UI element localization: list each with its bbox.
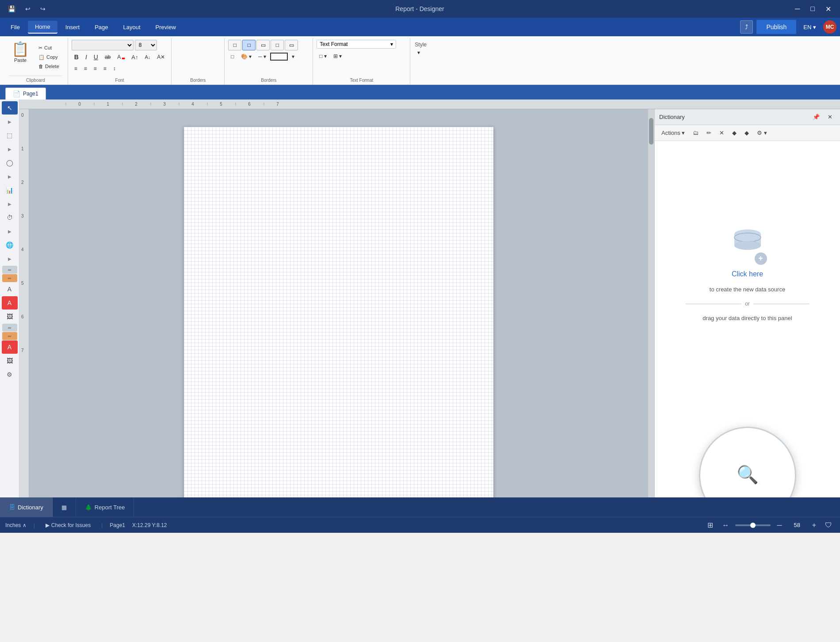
align-justify-button[interactable]: ≡	[101, 64, 109, 73]
dict-settings-button[interactable]: ⚙ ▾	[754, 128, 770, 138]
expand-btn-5[interactable]: ▶	[2, 225, 18, 238]
copy-button[interactable]: 📋 Copy	[35, 53, 62, 61]
style-expand-btn[interactable]: ▾	[415, 48, 423, 57]
dict-folder-button[interactable]: 🗂	[690, 128, 702, 138]
panel-4-button[interactable]: ═	[2, 332, 17, 340]
dict-diamond1-button[interactable]: ◆	[729, 128, 740, 138]
shape-btn-3[interactable]: ▭	[256, 40, 270, 50]
font-color-button[interactable]: A▃	[115, 52, 127, 62]
dict-edit-button[interactable]: ✏	[703, 128, 714, 138]
text-tool-button[interactable]: A	[2, 283, 18, 296]
shape-btn-1[interactable]: □	[228, 40, 241, 50]
click-here-link[interactable]: Click here	[732, 270, 763, 278]
bottom-tab-dictionary[interactable]: 🗄 Dictionary	[0, 497, 53, 517]
border-outline-button[interactable]: □	[228, 52, 237, 61]
menu-preview[interactable]: Preview	[149, 21, 183, 33]
panel-2-button[interactable]: ═	[2, 274, 17, 282]
share-button[interactable]: ⤴	[740, 20, 753, 34]
shape-btn-2[interactable]: □	[242, 40, 256, 50]
menu-insert[interactable]: Insert	[58, 21, 87, 33]
check-issues-button[interactable]: ▶ Check for Issues	[42, 520, 94, 530]
company-badge[interactable]: MC	[823, 20, 836, 34]
font-size-select[interactable]: 8 10 12 14	[135, 40, 157, 50]
shape-btn-4[interactable]: □	[271, 40, 284, 50]
tf-extra-btn1[interactable]: □ ▾	[317, 51, 329, 61]
minimize-button[interactable]: ─	[791, 4, 803, 14]
expand-btn-1[interactable]: ▶	[2, 115, 18, 128]
cut-button[interactable]: ✂ Cut	[35, 44, 62, 52]
ruler-left-mark-0: 0	[19, 113, 29, 146]
settings-tool-button[interactable]: ⚙	[2, 368, 18, 381]
shape-btn-5[interactable]: ▭	[285, 40, 298, 50]
zoom-plus-button[interactable]: +	[809, 520, 819, 530]
globe-tool-button[interactable]: 🌐	[2, 238, 18, 252]
zoom-width-button[interactable]: ↔	[719, 520, 732, 530]
zoom-page-button[interactable]: ⊞	[705, 520, 716, 530]
clear-format-button[interactable]: A✕	[154, 52, 168, 62]
pointer-tool-button[interactable]: ↖	[2, 101, 18, 115]
align-left-button[interactable]: ≡	[72, 64, 80, 73]
dict-diamond2-button[interactable]: ◆	[741, 128, 752, 138]
menu-layout[interactable]: Layout	[116, 21, 148, 33]
line-spacing-button[interactable]: ↕	[111, 64, 118, 73]
italic-button[interactable]: I	[83, 52, 90, 62]
expand-btn-6[interactable]: ▶	[2, 252, 18, 265]
dict-pin-button[interactable]: 📌	[809, 112, 823, 122]
cut-icon: ✂	[38, 45, 42, 51]
undo-button[interactable]: ↩	[23, 4, 33, 14]
font-family-select[interactable]	[72, 40, 134, 50]
picture-tool-button[interactable]: 🖼	[2, 310, 18, 323]
ruler-mark-4: 4	[179, 102, 207, 107]
strikethrough-button[interactable]: ab	[102, 52, 113, 62]
expand-btn-4[interactable]: ▶	[2, 197, 18, 210]
select-tool-button[interactable]: ⬚	[2, 129, 18, 142]
bottom-tab-report-tree[interactable]: 🌲 Report Tree	[76, 497, 134, 517]
gauge-tool-button[interactable]: ⏱	[2, 211, 18, 224]
expand-btn-3[interactable]: ▶	[2, 170, 18, 183]
dict-close-button[interactable]: ✕	[825, 112, 836, 122]
shapes-tool-button[interactable]: ◯	[2, 156, 18, 169]
menu-page[interactable]: Page	[88, 21, 115, 33]
paste-button[interactable]: 📋 Paste	[9, 40, 32, 74]
border-style-button[interactable]: ▾	[289, 52, 297, 61]
save-button[interactable]: 💾	[5, 4, 18, 14]
underline-button[interactable]: U	[91, 52, 101, 62]
coords-indicator: X:12.29 Y:8.12	[132, 522, 167, 528]
shield-button[interactable]: 🛡	[822, 520, 835, 530]
panel-1-button[interactable]: ═	[2, 266, 17, 274]
dict-actions-button[interactable]: Actions ▾	[658, 128, 688, 138]
publish-button[interactable]: Publish	[756, 20, 796, 34]
dict-delete-button[interactable]: ✕	[716, 128, 727, 138]
chart-tool-button[interactable]: 📊	[2, 183, 18, 197]
redo-button[interactable]: ↪	[38, 4, 48, 14]
page-tab-1[interactable]: 📄 Page1	[5, 88, 46, 99]
text-format-dropdown[interactable]: Text Format ▾	[317, 40, 396, 49]
align-center-button[interactable]: ≡	[81, 64, 90, 73]
text2-tool-button[interactable]: A	[2, 340, 18, 354]
zoom-minus-button[interactable]: ─	[774, 520, 784, 530]
inches-dropdown[interactable]: Inches ∧	[5, 522, 27, 528]
delete-button[interactable]: 🗑 Delete	[35, 62, 62, 70]
text-red-button[interactable]: A	[2, 296, 18, 310]
fill-color-button[interactable]: 🎨 ▾	[238, 52, 254, 61]
vertical-scrollbar[interactable]	[648, 109, 654, 497]
close-button[interactable]: ✕	[822, 4, 835, 14]
expand-btn-2[interactable]: ▶	[2, 142, 18, 156]
panel-3-button[interactable]: ═	[2, 324, 17, 332]
menu-file[interactable]: File	[4, 21, 27, 33]
zoom-slider[interactable]	[735, 524, 771, 526]
bottom-tab-grid[interactable]: ▦	[53, 497, 76, 517]
maximize-button[interactable]: □	[807, 4, 818, 14]
image-tool-button[interactable]: 🖼	[2, 354, 18, 367]
line-color-button[interactable]: ─ ▾	[256, 52, 269, 61]
canvas-scroll[interactable]	[29, 109, 648, 497]
menu-home[interactable]: Home	[28, 21, 57, 34]
zoom-slider-thumb[interactable]	[750, 523, 756, 528]
font-shrink-button[interactable]: A↓	[142, 53, 153, 61]
tf-extra-btn2[interactable]: ⊞ ▾	[331, 51, 344, 61]
align-right-button[interactable]: ≡	[91, 64, 99, 73]
bold-button[interactable]: B	[72, 52, 81, 62]
language-button[interactable]: EN ▾	[800, 22, 820, 32]
scrollbar-thumb[interactable]	[649, 118, 653, 145]
font-grow-button[interactable]: A↑	[129, 52, 141, 62]
